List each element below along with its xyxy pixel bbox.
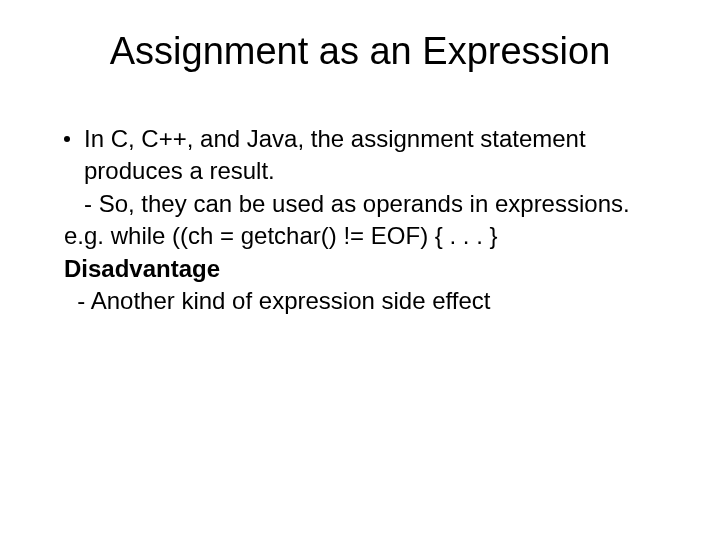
example-line: e.g. while ((ch = getchar() != EOF) { . …	[64, 220, 670, 252]
disadvantage-heading: Disadvantage	[64, 253, 670, 285]
slide-title: Assignment as an Expression	[50, 30, 670, 73]
bullet-text-line1: In C, C++, and Java, the assignment stat…	[84, 123, 670, 188]
bullet-sub-line: - So, they can be used as operands in ex…	[84, 188, 670, 220]
bullet-item: In C, C++, and Java, the assignment stat…	[64, 123, 670, 220]
bullet-icon	[64, 136, 70, 142]
disadvantage-text: - Another kind of expression side effect	[64, 285, 670, 317]
slide-body: In C, C++, and Java, the assignment stat…	[50, 123, 670, 317]
